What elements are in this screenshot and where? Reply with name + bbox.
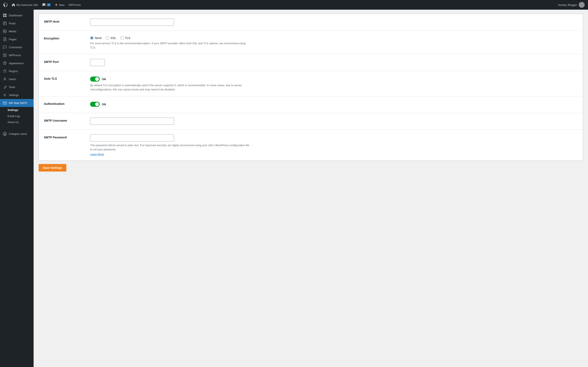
collapse-icon (3, 132, 7, 136)
sidebar-submenu: Settings Email Log About Us (0, 107, 34, 125)
encryption-tls-radio[interactable] (120, 36, 124, 40)
sidebar-appearance-label: Appearance (9, 62, 24, 65)
sidebar-item-comments[interactable]: Comments (0, 43, 34, 51)
howdy-label: Howdy, Blogger (558, 3, 577, 7)
svg-point-7 (3, 62, 6, 65)
encryption-ssl-option[interactable]: SSL (106, 36, 116, 40)
save-settings-button[interactable]: Save Settings (39, 164, 66, 172)
svg-rect-11 (3, 102, 7, 104)
sidebar-sub-email-log[interactable]: Email Log (0, 113, 34, 119)
wpforms-icon (3, 53, 7, 57)
home-icon (12, 3, 15, 7)
plugins-icon (3, 69, 7, 73)
smtp-host-label: SMTP Host (44, 19, 90, 23)
sidebar-comments-label: Comments (9, 46, 22, 49)
sidebar-sub-settings[interactable]: Settings (0, 107, 34, 113)
sidebar-users-label: Users (9, 78, 16, 81)
encryption-ssl-label: SSL (111, 36, 116, 40)
dashboard-icon (3, 13, 7, 17)
svg-rect-1 (5, 14, 7, 15)
main-content: SMTP Host Encryption None (34, 10, 588, 367)
sidebar-item-media[interactable]: Media (0, 27, 34, 35)
smtp-host-row: SMTP Host (39, 14, 583, 31)
encryption-control: None SSL TLS For most servers TLS is the… (90, 35, 578, 50)
svg-rect-2 (3, 16, 5, 17)
comment-icon (42, 3, 46, 7)
site-name-button[interactable]: My Awesome Site (12, 3, 38, 7)
sidebar-item-settings[interactable]: Settings (0, 91, 34, 99)
auto-tls-label: Auto TLS (44, 76, 90, 80)
encryption-label: Encryption (44, 35, 90, 40)
users-icon (3, 77, 7, 81)
sidebar-item-plugins[interactable]: Plugins (0, 67, 34, 75)
smtp-password-row: SMTP Password The password will be store… (39, 130, 583, 160)
encryption-ssl-radio[interactable] (106, 36, 109, 40)
encryption-none-radio[interactable] (90, 36, 94, 40)
comments-icon (3, 45, 7, 49)
auto-tls-row: Auto TLS ON By default TLS encryption is… (39, 71, 583, 96)
authentication-toggle[interactable] (90, 102, 100, 107)
smtp-port-control (90, 59, 578, 66)
wp-logo-button[interactable] (3, 3, 8, 7)
auto-tls-on-label: ON (102, 78, 106, 81)
smtp-username-control (90, 118, 578, 125)
authentication-control: ON (90, 101, 578, 107)
collapse-menu-button[interactable]: Collapse menu (0, 129, 34, 138)
sidebar-item-tools[interactable]: Tools (0, 83, 34, 91)
smtp-host-input[interactable] (90, 19, 174, 26)
sidebar-item-posts[interactable]: Posts (0, 19, 34, 27)
smtp-port-input[interactable] (90, 59, 105, 66)
wpforms-bar-label: WPForms (69, 3, 81, 7)
sidebar-item-dashboard[interactable]: Dashboard (0, 11, 34, 19)
svg-rect-3 (5, 16, 7, 17)
encryption-tls-option[interactable]: TLS (120, 36, 130, 40)
smtp-port-row: SMTP Port (39, 54, 583, 71)
encryption-none-option[interactable]: None (90, 36, 102, 40)
wpforms-bar-button[interactable]: WPForms (69, 3, 81, 7)
smtp-password-input[interactable] (90, 134, 174, 142)
new-label: New (59, 3, 64, 7)
settings-icon (3, 93, 7, 97)
sidebar-item-pages[interactable]: Pages (0, 35, 34, 43)
admin-bar: My Awesome Site 0 New WPForms Howdy, Blo… (0, 0, 588, 10)
svg-rect-4 (3, 30, 6, 33)
tools-icon (3, 85, 7, 89)
sidebar-item-wpforms[interactable]: WPForms (0, 51, 34, 59)
sidebar-wpforms-label: WPForms (9, 54, 21, 57)
plus-icon (55, 3, 58, 6)
smtp-username-label: SMTP Username (44, 118, 90, 122)
appearance-icon (3, 61, 7, 65)
collapse-label: Collapse menu (9, 132, 27, 135)
learn-more-link[interactable]: Learn More (90, 153, 104, 156)
sidebar-tools-label: Tools (9, 86, 15, 89)
smtp-port-label: SMTP Port (44, 59, 90, 64)
auto-tls-help-text: By default TLS encryption is automatical… (90, 83, 250, 92)
avatar (579, 2, 585, 8)
sidebar-sub-about-us[interactable]: About Us (0, 119, 34, 125)
encryption-tls-label: TLS (125, 36, 130, 40)
smtp-username-row: SMTP Username (39, 113, 583, 130)
encryption-row: Encryption None SSL TLS (39, 31, 583, 54)
auto-tls-control: ON By default TLS encryption is automati… (90, 76, 578, 92)
smtp-password-help-text: The password will be stored in plain tex… (90, 143, 250, 151)
encryption-help-text: For most servers TLS is the recommended … (90, 41, 250, 50)
smtp-password-label: SMTP Password (44, 134, 90, 139)
authentication-on-label: ON (102, 103, 106, 106)
posts-icon (3, 21, 7, 25)
smtp-username-input[interactable] (90, 118, 174, 125)
auto-tls-toggle[interactable] (90, 76, 100, 82)
sidebar-item-appearance[interactable]: Appearance (0, 59, 34, 67)
admin-bar-left: My Awesome Site 0 New WPForms (3, 3, 81, 7)
sidebar-item-users[interactable]: Users (0, 75, 34, 83)
authentication-toggle-wrap: ON (90, 101, 578, 107)
sidebar-item-wp-mail-smtp[interactable]: WP Mail SMTP (0, 99, 34, 107)
new-button[interactable]: New (55, 3, 64, 7)
sidebar-posts-label: Posts (9, 22, 16, 25)
svg-point-9 (4, 78, 5, 79)
smtp-host-control (90, 19, 578, 26)
sidebar-plugins-label: Plugins (9, 70, 18, 73)
auto-tls-toggle-wrap: ON (90, 76, 578, 82)
site-name-label: My Awesome Site (16, 3, 38, 7)
smtp-form: SMTP Host Encryption None (39, 14, 583, 161)
comments-button[interactable]: 0 (42, 3, 51, 7)
